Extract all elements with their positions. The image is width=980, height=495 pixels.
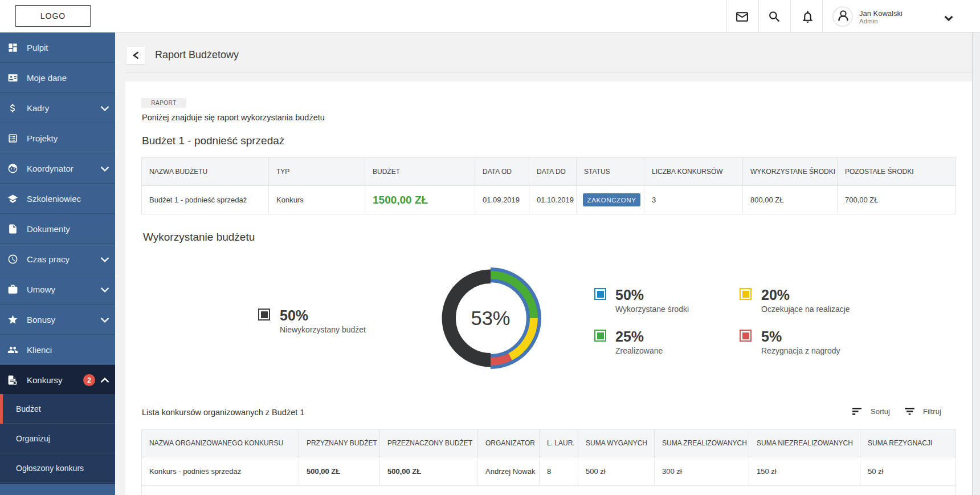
svg-text:53%: 53% <box>471 307 510 329</box>
